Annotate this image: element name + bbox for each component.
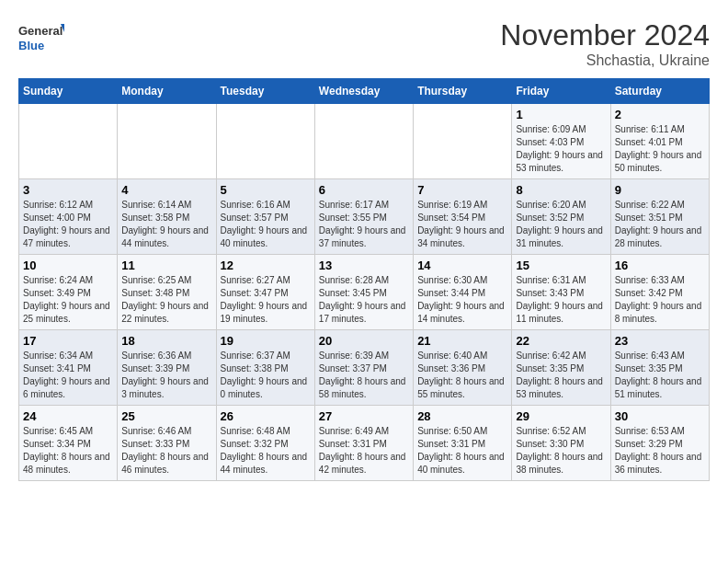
day-info: Sunrise: 6:48 AMSunset: 3:32 PMDaylight:… xyxy=(221,425,311,477)
calendar-cell xyxy=(314,104,413,179)
calendar-cell: 2Sunrise: 6:11 AMSunset: 4:01 PMDaylight… xyxy=(610,104,709,179)
day-info: Sunrise: 6:25 AMSunset: 3:48 PMDaylight:… xyxy=(121,274,211,326)
day-info: Sunrise: 6:49 AMSunset: 3:31 PMDaylight:… xyxy=(319,425,409,477)
day-info: Sunrise: 6:09 AMSunset: 4:03 PMDaylight:… xyxy=(516,123,606,175)
logo-svg: General Blue xyxy=(18,18,64,60)
weekday-header: Thursday xyxy=(414,79,512,104)
calendar-cell: 15Sunrise: 6:31 AMSunset: 3:43 PMDayligh… xyxy=(512,255,610,330)
calendar-cell: 23Sunrise: 6:43 AMSunset: 3:35 PMDayligh… xyxy=(610,330,709,406)
day-info: Sunrise: 6:45 AMSunset: 3:34 PMDaylight:… xyxy=(23,425,113,477)
calendar-cell: 26Sunrise: 6:48 AMSunset: 3:32 PMDayligh… xyxy=(216,406,314,481)
calendar-cell: 21Sunrise: 6:40 AMSunset: 3:36 PMDayligh… xyxy=(414,330,512,406)
day-number: 2 xyxy=(615,108,705,121)
day-info: Sunrise: 6:50 AMSunset: 3:31 PMDaylight:… xyxy=(417,425,507,477)
day-info: Sunrise: 6:39 AMSunset: 3:37 PMDaylight:… xyxy=(319,350,409,401)
calendar-week-row: 24Sunrise: 6:45 AMSunset: 3:34 PMDayligh… xyxy=(19,406,710,481)
weekday-header: Sunday xyxy=(19,79,118,104)
svg-text:General: General xyxy=(18,24,63,38)
day-info: Sunrise: 6:14 AMSunset: 3:58 PMDaylight:… xyxy=(121,199,211,250)
day-info: Sunrise: 6:27 AMSunset: 3:47 PMDaylight:… xyxy=(221,274,311,326)
day-info: Sunrise: 6:33 AMSunset: 3:42 PMDaylight:… xyxy=(615,274,705,326)
day-number: 17 xyxy=(23,334,113,348)
day-number: 18 xyxy=(121,334,211,348)
calendar-cell: 22Sunrise: 6:42 AMSunset: 3:35 PMDayligh… xyxy=(512,330,610,406)
day-number: 3 xyxy=(23,183,113,197)
calendar-cell: 28Sunrise: 6:50 AMSunset: 3:31 PMDayligh… xyxy=(414,406,512,481)
calendar-cell: 25Sunrise: 6:46 AMSunset: 3:33 PMDayligh… xyxy=(118,406,216,481)
day-info: Sunrise: 6:53 AMSunset: 3:29 PMDaylight:… xyxy=(615,425,705,477)
day-number: 20 xyxy=(319,334,409,348)
day-info: Sunrise: 6:16 AMSunset: 3:57 PMDaylight:… xyxy=(221,199,311,250)
calendar-week-row: 3Sunrise: 6:12 AMSunset: 4:00 PMDaylight… xyxy=(19,179,710,255)
calendar-cell: 12Sunrise: 6:27 AMSunset: 3:47 PMDayligh… xyxy=(216,255,314,330)
day-info: Sunrise: 6:11 AMSunset: 4:01 PMDaylight:… xyxy=(615,123,705,175)
day-number: 16 xyxy=(615,259,705,272)
calendar-cell xyxy=(414,104,512,179)
day-info: Sunrise: 6:46 AMSunset: 3:33 PMDaylight:… xyxy=(121,425,211,477)
day-number: 12 xyxy=(221,259,311,272)
day-number: 28 xyxy=(417,409,507,423)
page-header: General Blue November 2024 Shchastia, Uk… xyxy=(18,18,710,69)
calendar-cell: 19Sunrise: 6:37 AMSunset: 3:38 PMDayligh… xyxy=(216,330,314,406)
day-number: 22 xyxy=(516,334,606,348)
calendar-cell: 3Sunrise: 6:12 AMSunset: 4:00 PMDaylight… xyxy=(19,179,118,255)
calendar-cell: 29Sunrise: 6:52 AMSunset: 3:30 PMDayligh… xyxy=(512,406,610,481)
weekday-header: Friday xyxy=(512,79,610,104)
calendar-week-row: 10Sunrise: 6:24 AMSunset: 3:49 PMDayligh… xyxy=(19,255,710,330)
calendar-cell: 24Sunrise: 6:45 AMSunset: 3:34 PMDayligh… xyxy=(19,406,118,481)
day-number: 10 xyxy=(23,259,113,272)
title-block: November 2024 Shchastia, Ukraine xyxy=(500,18,710,69)
calendar-cell: 4Sunrise: 6:14 AMSunset: 3:58 PMDaylight… xyxy=(118,179,216,255)
day-number: 5 xyxy=(221,183,311,197)
calendar-table: SundayMondayTuesdayWednesdayThursdayFrid… xyxy=(18,78,710,481)
calendar-cell xyxy=(216,104,314,179)
weekday-header: Tuesday xyxy=(216,79,314,104)
calendar-cell: 11Sunrise: 6:25 AMSunset: 3:48 PMDayligh… xyxy=(118,255,216,330)
calendar-cell xyxy=(118,104,216,179)
day-info: Sunrise: 6:31 AMSunset: 3:43 PMDaylight:… xyxy=(516,274,606,326)
day-number: 8 xyxy=(516,183,606,197)
calendar-cell: 7Sunrise: 6:19 AMSunset: 3:54 PMDaylight… xyxy=(414,179,512,255)
day-number: 24 xyxy=(23,409,113,423)
day-number: 27 xyxy=(319,409,409,423)
day-info: Sunrise: 6:20 AMSunset: 3:52 PMDaylight:… xyxy=(516,199,606,250)
calendar-cell: 16Sunrise: 6:33 AMSunset: 3:42 PMDayligh… xyxy=(610,255,709,330)
calendar-cell: 14Sunrise: 6:30 AMSunset: 3:44 PMDayligh… xyxy=(414,255,512,330)
day-info: Sunrise: 6:43 AMSunset: 3:35 PMDaylight:… xyxy=(615,350,705,401)
calendar-week-row: 17Sunrise: 6:34 AMSunset: 3:41 PMDayligh… xyxy=(19,330,710,406)
calendar-cell: 5Sunrise: 6:16 AMSunset: 3:57 PMDaylight… xyxy=(216,179,314,255)
day-number: 30 xyxy=(615,409,705,423)
calendar-cell xyxy=(19,104,118,179)
calendar-cell: 27Sunrise: 6:49 AMSunset: 3:31 PMDayligh… xyxy=(314,406,413,481)
day-number: 4 xyxy=(121,183,211,197)
day-number: 9 xyxy=(615,183,705,197)
calendar-cell: 13Sunrise: 6:28 AMSunset: 3:45 PMDayligh… xyxy=(314,255,413,330)
calendar-cell: 30Sunrise: 6:53 AMSunset: 3:29 PMDayligh… xyxy=(610,406,709,481)
calendar-cell: 10Sunrise: 6:24 AMSunset: 3:49 PMDayligh… xyxy=(19,255,118,330)
weekday-header-row: SundayMondayTuesdayWednesdayThursdayFrid… xyxy=(19,79,710,104)
day-number: 29 xyxy=(516,409,606,423)
day-number: 13 xyxy=(319,259,409,272)
calendar-cell: 20Sunrise: 6:39 AMSunset: 3:37 PMDayligh… xyxy=(314,330,413,406)
day-info: Sunrise: 6:42 AMSunset: 3:35 PMDaylight:… xyxy=(516,350,606,401)
day-number: 15 xyxy=(516,259,606,272)
day-number: 25 xyxy=(121,409,211,423)
day-info: Sunrise: 6:40 AMSunset: 3:36 PMDaylight:… xyxy=(417,350,507,401)
day-info: Sunrise: 6:37 AMSunset: 3:38 PMDaylight:… xyxy=(221,350,311,401)
calendar-cell: 18Sunrise: 6:36 AMSunset: 3:39 PMDayligh… xyxy=(118,330,216,406)
calendar-cell: 6Sunrise: 6:17 AMSunset: 3:55 PMDaylight… xyxy=(314,179,413,255)
day-number: 7 xyxy=(417,183,507,197)
day-info: Sunrise: 6:36 AMSunset: 3:39 PMDaylight:… xyxy=(121,350,211,401)
day-number: 1 xyxy=(516,108,606,121)
day-info: Sunrise: 6:12 AMSunset: 4:00 PMDaylight:… xyxy=(23,199,113,250)
day-number: 19 xyxy=(221,334,311,348)
calendar-cell: 8Sunrise: 6:20 AMSunset: 3:52 PMDaylight… xyxy=(512,179,610,255)
day-number: 6 xyxy=(319,183,409,197)
svg-text:Blue: Blue xyxy=(18,39,44,52)
weekday-header: Wednesday xyxy=(314,79,413,104)
day-info: Sunrise: 6:28 AMSunset: 3:45 PMDaylight:… xyxy=(319,274,409,326)
day-number: 21 xyxy=(417,334,507,348)
weekday-header: Saturday xyxy=(610,79,709,104)
day-info: Sunrise: 6:30 AMSunset: 3:44 PMDaylight:… xyxy=(417,274,507,326)
calendar-week-row: 1Sunrise: 6:09 AMSunset: 4:03 PMDaylight… xyxy=(19,104,710,179)
